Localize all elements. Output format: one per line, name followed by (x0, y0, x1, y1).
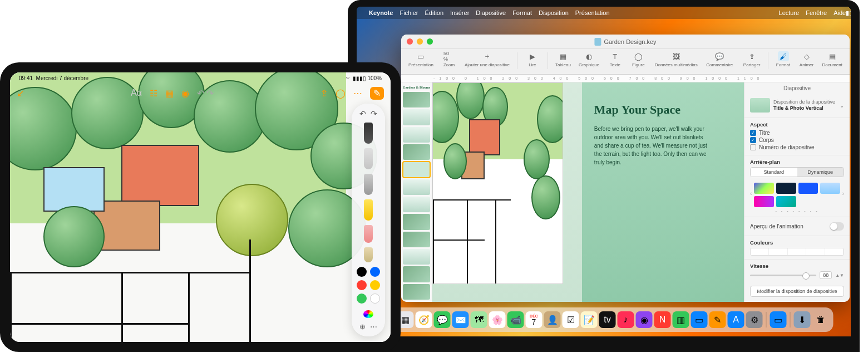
insert-icon[interactable]: ☷ (150, 88, 157, 99)
undo-icon[interactable]: ↶ (197, 88, 204, 99)
color-swatch[interactable] (357, 294, 367, 304)
dock-recent-keynote[interactable]: ▭ (770, 311, 787, 328)
ipad-drawing-canvas[interactable] (10, 72, 391, 342)
bg-swatch[interactable] (776, 183, 796, 194)
palette-more-icon[interactable]: ⋯ (370, 322, 377, 331)
table-icon[interactable]: ▦ (165, 88, 174, 99)
bg-swatch[interactable] (754, 183, 774, 194)
slide-thumb[interactable] (403, 127, 430, 143)
more-icon[interactable]: ⋯ (353, 88, 362, 99)
slide-thumb[interactable] (403, 249, 430, 265)
share-icon[interactable]: ⇪ (320, 88, 328, 99)
dock-contacts[interactable]: 👤 (544, 311, 561, 328)
minimize-button[interactable] (417, 38, 423, 45)
dock-reminders[interactable]: ☑︎ (563, 311, 579, 328)
slide-thumb[interactable] (403, 197, 430, 212)
checkbox-corps[interactable]: ✓Corps (750, 137, 844, 143)
toolbar-zoom[interactable]: 50 %Zoom (438, 51, 460, 67)
slide-thumb[interactable] (403, 179, 430, 195)
slide-plan-image[interactable] (432, 82, 563, 284)
inspector-tab[interactable]: Diapositive (744, 82, 850, 93)
color-swatch[interactable] (370, 294, 380, 304)
dock-trash[interactable]: 🗑 (812, 311, 829, 328)
toolbar-comment[interactable]: 💬Commentaire (703, 51, 736, 67)
menubar-app-name[interactable]: Keynote (369, 9, 393, 16)
dock-facetime[interactable]: 📹 (507, 311, 524, 328)
slide-thumb[interactable] (403, 284, 430, 300)
marker-tool[interactable] (364, 174, 373, 195)
slide-thumb[interactable] (403, 144, 430, 160)
dock-photos[interactable]: 🌸 (489, 311, 506, 328)
seg-dynamic[interactable]: Dynamique (797, 168, 844, 177)
dock-news[interactable]: N (654, 311, 671, 328)
dock-mail[interactable]: ✉️ (452, 311, 469, 328)
toolbar-media[interactable]: 🖼Données multimédias (651, 51, 701, 67)
color-swatch[interactable] (357, 280, 367, 290)
edit-layout-button[interactable]: Modifier la disposition de diapositive (750, 286, 844, 297)
dock-tv[interactable]: tv (599, 311, 616, 328)
slide-content[interactable]: Map Your Space Before we bring pen to pa… (432, 82, 744, 302)
battery-icon[interactable]: ▮▯ (846, 9, 851, 17)
toolbar-play[interactable]: ▶Lire (522, 51, 543, 67)
dock-notes[interactable]: 📝 (581, 311, 598, 328)
slide-body-text[interactable]: Before we bring pen to paper, we'll walk… (594, 125, 711, 167)
dock-safari[interactable]: 🧭 (416, 311, 432, 328)
color-picker-icon[interactable] (363, 310, 373, 318)
menu-format[interactable]: Format (512, 9, 532, 16)
highlighter-tool[interactable] (364, 199, 373, 221)
menu-inserer[interactable]: Insérer (450, 9, 469, 16)
dock-keynote[interactable]: ▭ (691, 311, 708, 328)
menu-fichier[interactable]: Fichier (400, 9, 418, 16)
slide-navigator[interactable]: Gardens & Blooms (401, 82, 432, 302)
dock-maps[interactable]: 🗺 (471, 311, 487, 328)
menu-diapositive[interactable]: Diapositive (476, 9, 506, 16)
slide-canvas[interactable]: Map Your Space Before we bring pen to pa… (432, 82, 744, 302)
menu-presentation[interactable]: Présentation (575, 9, 610, 16)
slide-thumb[interactable] (403, 109, 430, 125)
palette-add-icon[interactable]: ⊕ (359, 322, 366, 331)
slide-thumb[interactable] (403, 266, 430, 282)
anim-preview-toggle[interactable] (830, 222, 844, 231)
menu-disposition[interactable]: Disposition (539, 9, 569, 16)
menu-edition[interactable]: Édition (425, 9, 443, 16)
slide-thumb[interactable] (403, 92, 430, 107)
camera-icon[interactable]: ◉ (181, 88, 189, 99)
speed-stepper-icon[interactable]: ▲▼ (835, 273, 844, 278)
bg-swatch[interactable] (754, 196, 774, 207)
toolbar-chart[interactable]: ◐Graphique (576, 51, 602, 67)
dock-podcasts[interactable]: ◉ (636, 311, 653, 328)
bg-next-icon[interactable]: › (842, 190, 844, 197)
ruler-tool[interactable] (364, 247, 373, 262)
chevron-down-icon[interactable]: ⌄ (840, 102, 844, 109)
menu-aide[interactable]: Aide (834, 9, 846, 16)
slide-thumb[interactable] (403, 214, 430, 229)
slide-thumb[interactable] (403, 232, 430, 247)
dock-pages[interactable]: ✎ (709, 311, 726, 328)
toolbar-presentation[interactable]: ▭Présentation (406, 51, 436, 67)
speed-slider[interactable] (750, 275, 816, 276)
color-swatch[interactable] (370, 267, 380, 277)
dock-messages[interactable]: 💬 (434, 311, 451, 328)
toolbar-animate[interactable]: ◇Animer (796, 51, 817, 67)
background-mode-segment[interactable]: Standard Dynamique (750, 167, 844, 177)
dock-numbers[interactable]: ▥ (673, 311, 689, 328)
toolbar-document[interactable]: ▤Document (820, 51, 845, 67)
speed-value[interactable]: 88 (820, 271, 832, 279)
checkbox-slidenum[interactable]: Numéro de diapositive (750, 144, 844, 150)
collapse-icon[interactable]: ↙ (17, 88, 24, 99)
toolbar-shape[interactable]: ◯Figure (628, 51, 649, 67)
close-button[interactable] (407, 38, 413, 45)
dock-appstore[interactable]: A (728, 311, 744, 328)
layout-selector[interactable]: Disposition de la diapositive Title & Ph… (750, 98, 844, 113)
bg-swatch[interactable] (798, 183, 818, 194)
dock-downloads[interactable]: ⬇︎ (794, 311, 811, 328)
dock-music[interactable]: ♪ (618, 311, 634, 328)
toolbar-table[interactable]: ▦Tableau (553, 51, 574, 67)
seg-standard[interactable]: Standard (751, 168, 797, 177)
checkbox-titre[interactable]: ✓Titre (750, 130, 844, 136)
toolbar-share[interactable]: ⇪Partager (741, 51, 763, 67)
menu-lecture[interactable]: Lecture (779, 9, 800, 16)
color-swatch[interactable] (370, 280, 380, 290)
slide-thumb-selected[interactable] (403, 162, 430, 177)
color-swatch[interactable] (357, 267, 367, 277)
